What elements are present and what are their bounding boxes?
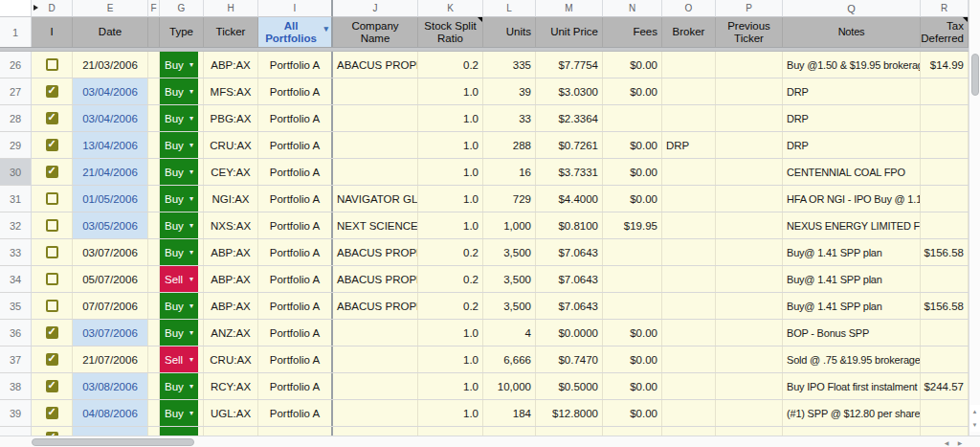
type-cell[interactable]: Buy ▾ xyxy=(160,400,204,426)
header-cell-fees[interactable]: Fees xyxy=(603,17,662,47)
header-cell-include[interactable]: I xyxy=(32,17,73,47)
include-checkbox[interactable] xyxy=(46,353,58,366)
unit-price-cell[interactable]: $3.7331 xyxy=(536,159,603,185)
unit-price-cell[interactable]: $7.7754 xyxy=(536,52,603,78)
notes-cell[interactable]: CENTENNIAL COAL FPO xyxy=(783,159,921,185)
row-number[interactable]: 34 xyxy=(0,266,32,292)
units-cell[interactable]: 4 xyxy=(483,320,536,346)
header-cell-split-ratio[interactable]: Stock Split Ratio xyxy=(418,17,483,47)
split-ratio-cell[interactable]: 1.0 xyxy=(418,400,483,426)
blank-cell[interactable] xyxy=(148,52,160,78)
portfolio-cell[interactable]: Portfolio A xyxy=(258,239,333,265)
portfolio-cell[interactable]: Portfolio A xyxy=(258,373,333,399)
ticker-cell[interactable]: NXS:AX xyxy=(204,212,258,238)
date-cell[interactable]: 03/07/2006 xyxy=(73,239,148,265)
include-checkbox[interactable] xyxy=(46,246,58,258)
include-cell[interactable] xyxy=(32,212,73,238)
ticker-cell[interactable]: ABP:AX xyxy=(204,52,258,78)
broker-cell[interactable] xyxy=(662,427,716,436)
notes-cell[interactable]: Buy@ 1.41 SPP plan xyxy=(783,266,921,292)
column-header-q[interactable]: Q xyxy=(783,0,921,17)
split-ratio-cell[interactable]: 1.0 xyxy=(418,159,483,185)
blank-cell[interactable] xyxy=(148,293,160,319)
header-cell-date[interactable]: Date xyxy=(73,17,148,47)
type-dropdown[interactable]: Buy ▾ xyxy=(160,320,198,346)
include-checkbox[interactable] xyxy=(46,139,58,151)
split-ratio-cell[interactable]: 1.0 xyxy=(418,373,483,399)
row-number[interactable]: 37 xyxy=(0,346,32,372)
unit-price-cell[interactable]: $7.0643 xyxy=(536,293,603,319)
type-dropdown[interactable]: Buy ▾ xyxy=(160,78,198,104)
notes-cell[interactable]: DRP xyxy=(783,105,921,131)
previous-ticker-cell[interactable] xyxy=(716,427,783,436)
header-cell-company[interactable]: Company Name xyxy=(333,17,418,47)
notes-cell[interactable]: Buy@ 1.41 SPP plan xyxy=(783,293,921,319)
notes-cell[interactable]: (#1) SPP @ $12.80 per share xyxy=(783,400,921,426)
fees-cell[interactable] xyxy=(603,293,662,319)
split-ratio-cell[interactable]: 0.2 xyxy=(418,266,483,292)
units-cell[interactable]: 288 xyxy=(483,132,536,158)
header-cell-notes[interactable]: Notes xyxy=(783,17,921,47)
unit-price-cell[interactable] xyxy=(536,427,603,436)
date-cell[interactable]: 21/03/2006 xyxy=(73,52,148,78)
portfolio-cell[interactable]: Portfolio A xyxy=(258,132,333,158)
type-cell[interactable]: Buy ▾ xyxy=(160,132,204,158)
fees-cell[interactable]: $0.00 xyxy=(603,346,662,372)
previous-ticker-cell[interactable] xyxy=(716,132,783,158)
ticker-cell[interactable]: RCY:AX xyxy=(204,373,258,399)
units-cell[interactable] xyxy=(483,427,536,436)
include-checkbox[interactable] xyxy=(46,300,58,312)
broker-cell[interactable] xyxy=(662,320,716,346)
tax-deferred-cell[interactable] xyxy=(921,266,969,292)
broker-cell[interactable] xyxy=(662,105,716,131)
blank-cell[interactable] xyxy=(148,78,160,104)
split-ratio-cell[interactable]: 0.2 xyxy=(418,293,483,319)
fees-cell[interactable] xyxy=(603,427,662,436)
portfolio-cell[interactable]: Portfolio A xyxy=(258,78,333,104)
blank-cell[interactable] xyxy=(148,132,160,158)
units-cell[interactable]: 184 xyxy=(483,400,536,426)
notes-cell[interactable]: Buy IPO Float first instalment @ xyxy=(783,373,921,399)
date-cell[interactable] xyxy=(73,427,148,436)
broker-cell[interactable] xyxy=(662,293,716,319)
portfolio-cell[interactable]: Portfolio A xyxy=(258,159,333,185)
portfolio-cell[interactable]: Portfolio A xyxy=(258,52,333,78)
include-cell[interactable] xyxy=(32,105,73,131)
unit-price-cell[interactable]: $3.0300 xyxy=(536,78,603,104)
previous-ticker-cell[interactable] xyxy=(716,159,783,185)
include-cell[interactable] xyxy=(32,320,73,346)
column-header-e[interactable]: E xyxy=(73,0,148,17)
date-cell[interactable]: 03/07/2006 xyxy=(73,320,148,346)
type-cell[interactable]: Buy ▾ xyxy=(160,212,204,238)
units-cell[interactable]: 3,500 xyxy=(483,239,536,265)
row-number[interactable] xyxy=(0,427,32,436)
company-name-cell[interactable] xyxy=(333,132,418,158)
portfolio-cell[interactable]: Portfolio A xyxy=(258,346,333,372)
tax-deferred-cell[interactable] xyxy=(921,320,969,346)
fees-cell[interactable]: $0.00 xyxy=(603,132,662,158)
scroll-left-button[interactable]: ◀ xyxy=(940,436,953,447)
fees-cell[interactable]: $0.00 xyxy=(603,159,662,185)
portfolio-cell[interactable]: Portfolio A xyxy=(258,400,333,426)
include-cell[interactable] xyxy=(32,346,73,372)
column-header-f[interactable]: F xyxy=(148,0,160,17)
column-header-g[interactable]: G xyxy=(160,0,204,17)
blank-cell[interactable] xyxy=(148,427,160,436)
blank-cell[interactable] xyxy=(148,212,160,238)
notes-cell[interactable]: Buy@ 1.41 SPP plan xyxy=(783,239,921,265)
split-ratio-cell[interactable]: 1.0 xyxy=(418,186,483,212)
column-header-i[interactable]: I xyxy=(258,0,333,17)
fees-cell[interactable]: $0.00 xyxy=(603,186,662,212)
header-cell-blank[interactable] xyxy=(148,17,160,47)
ticker-cell[interactable]: CEY:AX xyxy=(204,159,258,185)
date-cell[interactable]: 03/08/2006 xyxy=(73,373,148,399)
company-name-cell[interactable] xyxy=(333,78,418,104)
include-cell[interactable] xyxy=(32,427,73,436)
tax-deferred-cell[interactable] xyxy=(921,400,969,426)
fees-cell[interactable]: $0.00 xyxy=(603,373,662,399)
portfolio-cell[interactable] xyxy=(258,427,333,436)
type-cell[interactable]: Buy ▾ xyxy=(160,159,204,185)
previous-ticker-cell[interactable] xyxy=(716,400,783,426)
type-dropdown[interactable]: Buy ▾ xyxy=(160,239,198,265)
ticker-cell[interactable]: CRU:AX xyxy=(204,132,258,158)
